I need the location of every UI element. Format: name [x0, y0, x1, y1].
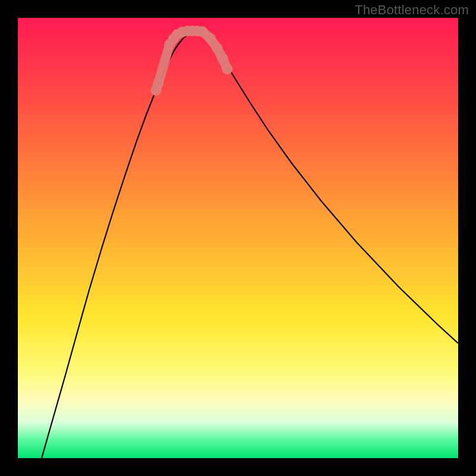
watermark-text: TheBottleneck.com — [355, 2, 469, 18]
marker-dot — [222, 64, 233, 74]
marker-layer — [151, 26, 233, 96]
right-curve — [199, 31, 458, 343]
marker-dot — [212, 43, 223, 54]
chart-svg — [18, 18, 458, 458]
left-curve — [42, 31, 199, 458]
marker-dot — [153, 78, 164, 89]
plot-area — [18, 18, 458, 458]
marker-dot — [217, 53, 228, 64]
curve-layer — [42, 31, 458, 458]
marker-dot — [205, 33, 215, 43]
chart-frame: TheBottleneck.com — [0, 0, 476, 476]
marker-path — [156, 31, 227, 90]
